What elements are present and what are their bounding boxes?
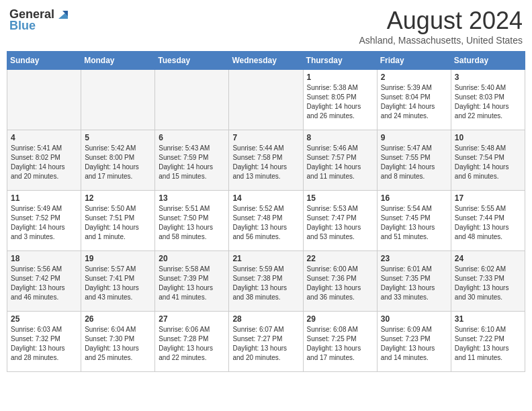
calendar-cell: 20Sunrise: 5:58 AMSunset: 7:39 PMDayligh… — [155, 251, 229, 312]
calendar-table: SundayMondayTuesdayWednesdayThursdayFrid… — [7, 51, 525, 372]
calendar-cell: 7Sunrise: 5:44 AMSunset: 7:58 PMDaylight… — [229, 130, 303, 191]
weekday-header-sunday: Sunday — [7, 52, 81, 70]
weekday-header-friday: Friday — [377, 52, 451, 70]
calendar-week-row: 1Sunrise: 5:38 AMSunset: 8:05 PMDaylight… — [7, 70, 525, 130]
calendar-cell: 5Sunrise: 5:42 AMSunset: 8:00 PMDaylight… — [81, 130, 155, 191]
day-number: 20 — [159, 254, 225, 263]
calendar-week-row: 25Sunrise: 6:03 AMSunset: 7:32 PMDayligh… — [7, 312, 525, 372]
calendar-week-row: 11Sunrise: 5:49 AMSunset: 7:52 PMDayligh… — [7, 191, 525, 251]
calendar-cell: 11Sunrise: 5:49 AMSunset: 7:52 PMDayligh… — [7, 191, 81, 251]
weekday-header-thursday: Thursday — [303, 52, 377, 70]
day-info: Sunrise: 5:56 AMSunset: 7:42 PMDaylight:… — [11, 265, 77, 302]
day-number: 9 — [381, 133, 447, 142]
location-title: Ashland, Massachusetts, United States — [359, 35, 523, 46]
day-info: Sunrise: 5:50 AMSunset: 7:51 PMDaylight:… — [85, 204, 151, 242]
day-info: Sunrise: 6:04 AMSunset: 7:30 PMDaylight:… — [85, 325, 151, 363]
day-info: Sunrise: 6:02 AMSunset: 7:33 PMDaylight:… — [455, 265, 521, 302]
day-info: Sunrise: 6:08 AMSunset: 7:25 PMDaylight:… — [307, 325, 373, 363]
day-info: Sunrise: 6:06 AMSunset: 7:28 PMDaylight:… — [159, 325, 225, 363]
day-number: 3 — [455, 73, 521, 82]
day-number: 19 — [85, 254, 151, 263]
calendar-cell: 27Sunrise: 6:06 AMSunset: 7:28 PMDayligh… — [155, 312, 229, 372]
day-number: 23 — [381, 254, 447, 263]
day-info: Sunrise: 6:09 AMSunset: 7:23 PMDaylight:… — [381, 325, 447, 363]
day-number: 29 — [307, 314, 373, 324]
title-area: August 2024 Ashland, Massachusetts, Unit… — [359, 7, 523, 46]
calendar-cell: 8Sunrise: 5:46 AMSunset: 7:57 PMDaylight… — [303, 130, 377, 191]
day-number: 24 — [455, 254, 521, 263]
calendar-cell: 24Sunrise: 6:02 AMSunset: 7:33 PMDayligh… — [451, 251, 525, 312]
calendar-cell: 6Sunrise: 5:43 AMSunset: 7:59 PMDaylight… — [155, 130, 229, 191]
logo-icon — [56, 7, 71, 21]
calendar-cell: 28Sunrise: 6:07 AMSunset: 7:27 PMDayligh… — [229, 312, 303, 372]
calendar-cell: 16Sunrise: 5:54 AMSunset: 7:45 PMDayligh… — [377, 191, 451, 251]
day-number: 5 — [85, 133, 151, 142]
day-info: Sunrise: 5:39 AMSunset: 8:04 PMDaylight:… — [381, 83, 447, 121]
calendar-week-row: 18Sunrise: 5:56 AMSunset: 7:42 PMDayligh… — [7, 251, 525, 312]
day-number: 10 — [455, 133, 521, 142]
day-info: Sunrise: 5:52 AMSunset: 7:48 PMDaylight:… — [232, 204, 299, 242]
day-number: 13 — [159, 193, 225, 203]
day-number: 15 — [307, 193, 373, 203]
calendar-cell: 21Sunrise: 5:59 AMSunset: 7:38 PMDayligh… — [229, 251, 303, 312]
day-info: Sunrise: 5:47 AMSunset: 7:55 PMDaylight:… — [381, 144, 447, 181]
calendar-cell: 4Sunrise: 5:41 AMSunset: 8:02 PMDaylight… — [7, 130, 81, 191]
calendar-cell: 9Sunrise: 5:47 AMSunset: 7:55 PMDaylight… — [377, 130, 451, 191]
day-number: 8 — [307, 133, 373, 142]
day-info: Sunrise: 6:01 AMSunset: 7:35 PMDaylight:… — [381, 265, 447, 302]
calendar-cell: 14Sunrise: 5:52 AMSunset: 7:48 PMDayligh… — [229, 191, 303, 251]
calendar-cell: 3Sunrise: 5:40 AMSunset: 8:03 PMDaylight… — [451, 70, 525, 130]
day-number: 25 — [11, 314, 77, 324]
calendar-cell: 12Sunrise: 5:50 AMSunset: 7:51 PMDayligh… — [81, 191, 155, 251]
day-number: 30 — [381, 314, 447, 324]
day-info: Sunrise: 5:51 AMSunset: 7:50 PMDaylight:… — [159, 204, 225, 242]
weekday-header-saturday: Saturday — [451, 52, 525, 70]
day-info: Sunrise: 5:44 AMSunset: 7:58 PMDaylight:… — [232, 144, 299, 181]
calendar-cell — [81, 70, 155, 130]
day-number: 2 — [381, 73, 447, 82]
day-number: 7 — [232, 133, 299, 142]
calendar-cell: 23Sunrise: 6:01 AMSunset: 7:35 PMDayligh… — [377, 251, 451, 312]
day-number: 16 — [381, 193, 447, 203]
calendar-cell: 29Sunrise: 6:08 AMSunset: 7:25 PMDayligh… — [303, 312, 377, 372]
calendar-cell: 18Sunrise: 5:56 AMSunset: 7:42 PMDayligh… — [7, 251, 81, 312]
day-info: Sunrise: 6:10 AMSunset: 7:22 PMDaylight:… — [455, 325, 521, 363]
calendar-cell: 22Sunrise: 6:00 AMSunset: 7:36 PMDayligh… — [303, 251, 377, 312]
day-info: Sunrise: 5:55 AMSunset: 7:44 PMDaylight:… — [455, 204, 521, 242]
calendar-cell — [7, 70, 81, 130]
calendar-cell: 26Sunrise: 6:04 AMSunset: 7:30 PMDayligh… — [81, 312, 155, 372]
day-number: 14 — [232, 193, 299, 203]
logo-blue-text: Blue — [9, 19, 36, 33]
day-info: Sunrise: 5:57 AMSunset: 7:41 PMDaylight:… — [85, 265, 151, 302]
weekday-header-monday: Monday — [81, 52, 155, 70]
day-info: Sunrise: 5:48 AMSunset: 7:54 PMDaylight:… — [455, 144, 521, 181]
calendar-cell: 17Sunrise: 5:55 AMSunset: 7:44 PMDayligh… — [451, 191, 525, 251]
day-number: 18 — [11, 254, 77, 263]
day-info: Sunrise: 5:38 AMSunset: 8:05 PMDaylight:… — [307, 83, 373, 121]
calendar-cell: 30Sunrise: 6:09 AMSunset: 7:23 PMDayligh… — [377, 312, 451, 372]
day-info: Sunrise: 5:40 AMSunset: 8:03 PMDaylight:… — [455, 83, 521, 121]
day-info: Sunrise: 5:49 AMSunset: 7:52 PMDaylight:… — [11, 204, 77, 242]
day-info: Sunrise: 5:54 AMSunset: 7:45 PMDaylight:… — [381, 204, 447, 242]
day-number: 31 — [455, 314, 521, 324]
calendar-cell — [155, 70, 229, 130]
day-info: Sunrise: 5:43 AMSunset: 7:59 PMDaylight:… — [159, 144, 225, 181]
calendar-cell: 1Sunrise: 5:38 AMSunset: 8:05 PMDaylight… — [303, 70, 377, 130]
day-info: Sunrise: 6:00 AMSunset: 7:36 PMDaylight:… — [307, 265, 373, 302]
day-number: 28 — [232, 314, 299, 324]
page-header: General Blue August 2024 Ashland, Massac… — [7, 7, 525, 46]
day-number: 27 — [159, 314, 225, 324]
calendar-cell: 31Sunrise: 6:10 AMSunset: 7:22 PMDayligh… — [451, 312, 525, 372]
calendar-cell: 25Sunrise: 6:03 AMSunset: 7:32 PMDayligh… — [7, 312, 81, 372]
day-number: 21 — [232, 254, 299, 263]
calendar-week-row: 4Sunrise: 5:41 AMSunset: 8:02 PMDaylight… — [7, 130, 525, 191]
calendar-cell — [229, 70, 303, 130]
day-info: Sunrise: 5:53 AMSunset: 7:47 PMDaylight:… — [307, 204, 373, 242]
day-info: Sunrise: 5:58 AMSunset: 7:39 PMDaylight:… — [159, 265, 225, 302]
calendar-cell: 2Sunrise: 5:39 AMSunset: 8:04 PMDaylight… — [377, 70, 451, 130]
weekday-header-tuesday: Tuesday — [155, 52, 229, 70]
calendar-cell: 10Sunrise: 5:48 AMSunset: 7:54 PMDayligh… — [451, 130, 525, 191]
day-info: Sunrise: 5:41 AMSunset: 8:02 PMDaylight:… — [11, 144, 77, 181]
day-number: 22 — [307, 254, 373, 263]
weekday-header-row: SundayMondayTuesdayWednesdayThursdayFrid… — [7, 52, 525, 70]
